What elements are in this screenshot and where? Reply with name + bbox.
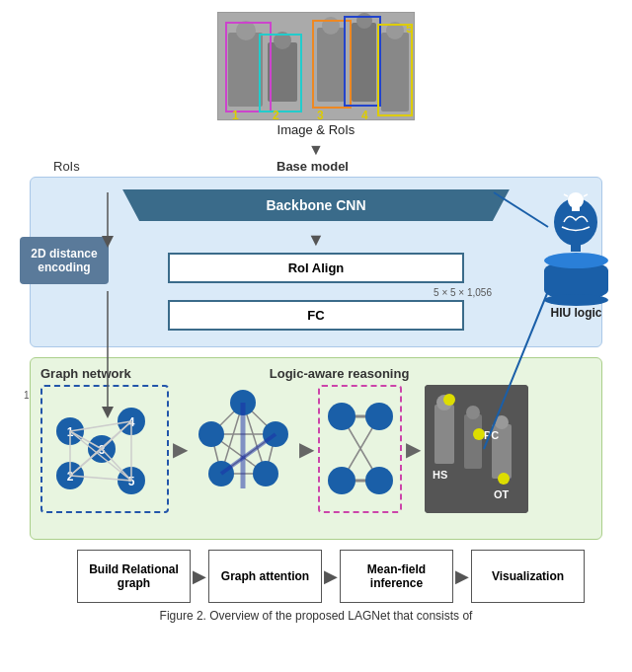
roi-align-label: RoI Align: [288, 261, 345, 275]
step-box-2: Graph attention: [208, 550, 322, 603]
svg-text:2: 2: [273, 109, 279, 120]
backbone-cnn-label: Backbone CNN: [266, 197, 365, 213]
arrow-rel-to-att: ▶: [173, 437, 188, 461]
svg-line-46: [102, 449, 131, 481]
figure-caption: Figure 2. Overview of the proposed LAGNe…: [8, 609, 624, 623]
step-2-label: Graph attention: [221, 569, 309, 583]
step-3-label: Mean-field inference: [349, 562, 444, 590]
svg-rect-23: [572, 206, 580, 211]
size-text: 5 × 5 × 1,056: [434, 287, 492, 298]
svg-point-80: [443, 394, 455, 406]
section-labels-row: Graph network Logic-aware reasoning: [40, 366, 592, 381]
svg-text:1: 1: [232, 109, 239, 120]
svg-point-79: [495, 415, 509, 429]
svg-point-77: [466, 406, 480, 419]
svg-text:4: 4: [361, 109, 368, 120]
brain-icon: [544, 192, 608, 257]
size-label: 5 × 5 × 1,056: [46, 287, 492, 298]
svg-text:5: 5: [406, 21, 413, 36]
distance-encoding-label: 2D distance encoding: [31, 247, 97, 274]
logic-graph-box: [318, 385, 402, 513]
backbone-cnn-box: Backbone CNN: [106, 189, 526, 221]
step-1-label: Build Relational graph: [86, 562, 182, 590]
svg-point-6: [322, 17, 340, 35]
main-container: 1 2 3 4 5 Image & RoIs ▼: [0, 0, 632, 672]
arrow-cnn-to-roi: ▼: [46, 231, 586, 249]
svg-text:HS: HS: [433, 469, 447, 481]
svg-rect-27: [571, 244, 581, 252]
image-roi-section: 1 2 3 4 5 Image & RoIs: [217, 12, 415, 137]
relational-graph-box: 1 4 3 2 5: [40, 385, 169, 513]
graph-network-label: Graph network: [40, 366, 131, 381]
svg-text:OT: OT: [494, 488, 510, 500]
fc-label: FC: [307, 308, 324, 323]
logic-graph-svg: [320, 387, 400, 511]
relational-graph-svg: 1 4 3 2 5: [42, 387, 167, 511]
svg-text:3: 3: [317, 109, 324, 120]
svg-rect-7: [352, 23, 376, 102]
arrow-att-to-logic: ▶: [299, 437, 314, 461]
svg-point-22: [568, 192, 584, 208]
svg-rect-3: [268, 42, 297, 102]
step-4-label: Visualization: [492, 569, 564, 583]
svg-rect-74: [434, 405, 454, 464]
svg-line-26: [564, 194, 568, 196]
svg-point-82: [498, 473, 510, 485]
green-section: Graph network Logic-aware reasoning 1 4 …: [30, 357, 602, 540]
visualization-box: PC HS OT: [425, 385, 528, 513]
roi-align-box: RoI Align: [168, 253, 464, 283]
hiu-logic-section: HIU logic: [534, 192, 618, 320]
step-box-1: Build Relational graph: [77, 550, 191, 603]
svg-rect-76: [464, 414, 482, 469]
bottom-steps-row: Build Relational graph ▶ Graph attention…: [38, 550, 624, 603]
logic-reasoning-label: Logic-aware reasoning: [270, 366, 410, 381]
svg-line-45: [70, 449, 102, 476]
svg-line-25: [584, 194, 588, 196]
attention-graph-svg: [192, 385, 295, 513]
roi-image-svg: 1 2 3 4 5: [218, 13, 415, 120]
svg-point-71: [365, 403, 393, 430]
svg-rect-5: [317, 28, 345, 102]
graphs-row: 1 4 3 2 5: [40, 385, 592, 513]
image-roi-label: Image & RoIs: [217, 122, 415, 137]
step-arrow-2: ▶: [322, 565, 340, 587]
hiu-label: HIU logic: [534, 306, 618, 320]
step-arrow-1: ▶: [191, 565, 208, 587]
hiu-cylinder-bottom: [544, 294, 608, 306]
top-image-section: 1 2 3 4 5 Image & RoIs: [8, 12, 624, 137]
base-model-label: Base model: [276, 159, 349, 174]
caption-text: Figure 2. Overview of the proposed LAGNe…: [160, 609, 473, 623]
svg-point-70: [328, 467, 356, 494]
svg-point-69: [328, 403, 356, 430]
svg-point-72: [365, 467, 393, 494]
step-box-4: Visualization: [471, 550, 585, 603]
step-box-3: Mean-field inference: [340, 550, 453, 603]
rois-label: RoIs: [53, 159, 80, 174]
svg-point-60: [253, 461, 278, 486]
viz-svg: PC HS OT: [425, 385, 528, 513]
base-model-section: Backbone CNN ▼ RoI Align 5 × 5 × 1,056 F…: [30, 177, 602, 347]
svg-point-8: [356, 13, 372, 29]
hiu-cylinder: [544, 261, 608, 300]
arrow-image-to-base: ▼: [8, 141, 624, 159]
svg-rect-1: [228, 33, 263, 107]
attention-graph-box: [192, 385, 295, 513]
image-roi-box: 1 2 3 4 5: [217, 12, 415, 120]
svg-point-62: [198, 421, 224, 447]
distance-encoding-box: 2D distance encoding: [20, 237, 109, 284]
svg-rect-9: [381, 33, 409, 112]
step-arrow-3: ▶: [453, 565, 471, 587]
hiu-cylinder-top: [544, 253, 608, 268]
svg-text:PC: PC: [484, 429, 499, 441]
fc-box: FC: [168, 300, 464, 331]
arrow-logic-to-viz: ▶: [406, 437, 421, 461]
